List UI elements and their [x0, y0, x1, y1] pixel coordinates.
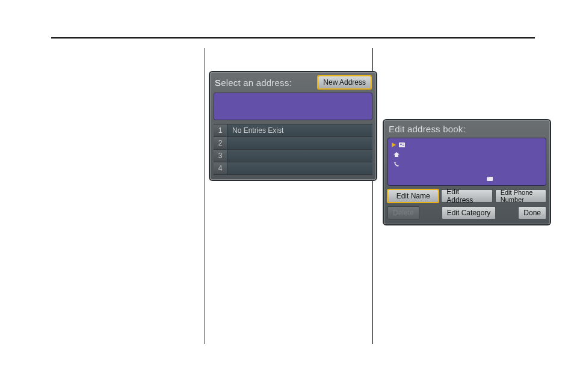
address-list-text: [227, 162, 372, 174]
address-list-row[interactable]: 1 No Entries Exist: [214, 124, 372, 137]
edit-address-button[interactable]: Edit Address: [441, 189, 492, 203]
address-list-row[interactable]: 2: [214, 137, 372, 150]
edit-phone-button[interactable]: Edit Phone Number: [495, 189, 546, 203]
address-list-text: [227, 137, 372, 149]
address-list-index: 2: [214, 137, 227, 149]
address-list-text: [227, 150, 372, 162]
done-button[interactable]: Done: [518, 206, 546, 219]
select-address-panel: Select an address: New Address 1 No Entr…: [210, 72, 376, 180]
svg-point-1: [400, 144, 402, 145]
edit-address-book-title: Edit address book:: [389, 124, 466, 134]
address-list: 1 No Entries Exist 2 3 4: [214, 124, 372, 175]
address-list-index: 3: [214, 150, 227, 162]
cursor-icon: [392, 142, 396, 147]
address-list-text: No Entries Exist: [227, 124, 372, 136]
svg-marker-4: [393, 152, 400, 155]
edit-name-button[interactable]: Edit Name: [387, 189, 439, 203]
svg-rect-2: [403, 144, 405, 144]
address-list-row[interactable]: 3: [214, 150, 372, 162]
address-detail-display: [387, 138, 546, 186]
column-right: Edit address book:: [379, 48, 548, 344]
address-list-row[interactable]: 4: [214, 162, 372, 175]
edit-address-book-panel: Edit address book:: [384, 120, 550, 224]
phone-icon: [393, 161, 400, 167]
house-icon: [393, 152, 400, 158]
edit-button-row: Edit Name Edit Address Edit Phone Number: [387, 189, 546, 203]
new-address-button[interactable]: New Address: [318, 76, 371, 89]
select-address-title-hotkey: S: [215, 78, 221, 88]
edit-category-button[interactable]: Edit Category: [442, 206, 496, 219]
column-left: [51, 48, 202, 344]
page-top-rule: [51, 37, 535, 38]
svg-rect-5: [395, 155, 398, 157]
category-icon: [486, 176, 493, 182]
svg-rect-3: [403, 145, 405, 145]
address-list-index: 4: [214, 162, 227, 174]
address-list-index: 1: [214, 124, 227, 136]
delete-button: Delete: [387, 206, 419, 219]
person-icon: [398, 142, 406, 148]
column-middle: Select an address: New Address 1 No Entr…: [205, 48, 373, 344]
action-button-row: Delete Edit Category Done: [387, 206, 546, 219]
select-address-title-rest: elect an address:: [221, 78, 292, 88]
selected-address-display: [214, 93, 372, 120]
select-address-title: Select an address:: [215, 78, 292, 88]
svg-rect-7: [487, 177, 489, 178]
